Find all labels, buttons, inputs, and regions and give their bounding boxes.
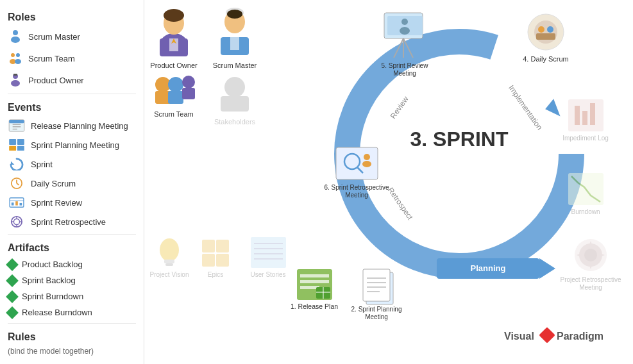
diamond-sprint-backlog [6,274,19,287]
svg-point-110 [364,154,370,160]
release-planning-icon [8,119,26,132]
main-content: Product Owner Scrum Master [144,0,633,364]
svg-point-129 [584,249,597,261]
rules-subtitle: (bind the model together) [0,345,144,361]
project-vision-artifact[interactable]: Project Vision [150,238,189,278]
svg-rect-57 [164,260,174,263]
svg-text:Epics: Epics [208,271,223,278]
svg-point-5 [15,59,21,64]
svg-rect-54 [221,96,249,112]
svg-point-48 [168,77,183,92]
svg-text:User Stories: User Stories [250,271,285,278]
svg-rect-118 [536,33,555,40]
sprint-planning-icon [8,138,26,151]
sprint-retrospective-label: Sprint Retrospective [31,217,106,227]
sprint-review-label: Sprint Review [31,198,82,208]
svg-text:Scrum Master: Scrum Master [213,62,257,69]
svg-text:Paradigm: Paradigm [557,331,603,342]
sidebar-item-scrum-team[interactable]: Scrum Team [0,47,144,69]
project-retro-meeting-node[interactable]: Project Retrospective Meeting [560,239,621,291]
sidebar-item-sprint[interactable]: Sprint [0,154,144,174]
svg-point-0 [13,30,18,35]
events-section-title: Events [0,97,144,116]
svg-rect-137 [539,327,555,343]
svg-point-111 [362,161,371,167]
artifacts-section-title: Artifacts [0,237,144,256]
svg-text:6. Sprint Retrospective: 6. Sprint Retrospective [324,184,389,191]
scrum-team-label: Scrum Team [28,54,75,63]
svg-text:3. SPRINT: 3. SPRINT [410,128,509,151]
svg-text:Product Owner: Product Owner [150,62,198,69]
sidebar-item-sprint-planning[interactable]: Sprint Planning Meeting [0,135,144,154]
stakeholders-figure[interactable]: Stakeholders [214,77,256,126]
svg-point-44 [227,10,242,19]
sprint-diagram-svg: Product Owner Scrum Master [144,0,633,364]
divider-events [8,94,136,94]
epics-artifact[interactable]: Epics [202,240,229,278]
sidebar-item-sprint-burndown[interactable]: Sprint Burndown [0,288,144,304]
daily-scrum-icon [8,177,26,190]
svg-rect-14 [9,139,16,145]
svg-rect-16 [9,146,16,151]
rules-section-title: Rules [0,326,144,345]
svg-rect-24 [12,203,14,206]
svg-text:Meeting: Meeting [365,313,388,320]
svg-point-103 [401,19,408,25]
svg-rect-65 [251,237,286,268]
svg-text:Meeting: Meeting [579,284,602,291]
sidebar-item-daily-scrum[interactable]: Daily Scrum [0,174,144,193]
svg-text:1. Release Plan: 1. Release Plan [291,302,338,310]
impediment-log-node[interactable]: Impediment Log [562,99,609,142]
sidebar-item-product-backlog[interactable]: Product Backlog [0,256,144,272]
release-planning-label: Release Planning Meeting [31,121,128,131]
svg-point-104 [400,27,410,35]
vp-branding: Visual Paradigm [504,327,603,343]
svg-rect-41 [230,37,239,50]
sidebar-item-release-planning[interactable]: Release Planning Meeting [0,116,144,135]
svg-rect-121 [575,106,580,125]
sidebar-item-sprint-backlog[interactable]: Sprint Backlog [0,272,144,288]
scrum-master-icon [8,29,23,44]
release-burndown-label: Release Burndown [22,308,92,317]
divider-rules [8,323,136,324]
roles-section-title: Roles [0,6,144,26]
sidebar-item-sprint-review[interactable]: Sprint Review [0,193,144,212]
sidebar-item-scrum-master[interactable]: Scrum Master [0,26,144,47]
svg-point-117 [547,26,553,33]
sprint-icon [8,158,26,170]
svg-text:Project Retrospective: Project Retrospective [560,276,621,283]
daily-scrum-label: Daily Scrum [31,179,76,188]
svg-rect-107 [336,147,378,179]
sprint-planning-meeting-node[interactable]: 2. Sprint Planning Meeting [351,269,402,320]
daily-scrum-node[interactable]: 4. Daily Scrum [523,14,569,63]
svg-line-21 [17,183,19,185]
svg-point-116 [538,26,544,33]
svg-rect-84 [300,280,329,283]
release-plan-node[interactable]: 1. Release Plan [291,269,338,310]
svg-text:Scrum Team: Scrum Team [154,110,194,118]
diagram-area: Product Owner Scrum Master [144,0,633,364]
scrum-master-label: Scrum Master [28,32,80,42]
scrum-master-figure[interactable]: Scrum Master [213,8,257,69]
svg-point-2 [11,53,15,57]
sidebar-item-sprint-retrospective[interactable]: Sprint Retrospective [0,212,144,231]
svg-text:2. Sprint Planning: 2. Sprint Planning [351,306,402,313]
svg-point-56 [160,238,179,261]
svg-text:Burndown: Burndown [571,208,600,215]
svg-rect-51 [182,88,195,99]
svg-text:Meeting: Meeting [393,70,416,77]
sidebar-item-product-owner[interactable]: Product Owner [0,69,144,91]
svg-point-7 [11,80,20,87]
burndown-node[interactable]: Burndown [568,173,603,215]
diamond-product-backlog [6,258,19,271]
svg-text:Impediment Log: Impediment Log [562,135,609,142]
product-owner-figure[interactable]: Product Owner [150,9,198,69]
scrum-team-figure[interactable]: Scrum Team [154,76,195,118]
sprint-planning-label: Sprint Planning Meeting [31,140,119,150]
svg-rect-26 [20,203,22,206]
product-owner-icon [8,72,23,88]
svg-text:Project Vision: Project Vision [150,271,189,278]
svg-rect-63 [216,254,229,267]
user-stories-artifact[interactable]: User Stories [250,237,286,278]
sidebar-item-release-burndown[interactable]: Release Burndown [0,304,144,320]
